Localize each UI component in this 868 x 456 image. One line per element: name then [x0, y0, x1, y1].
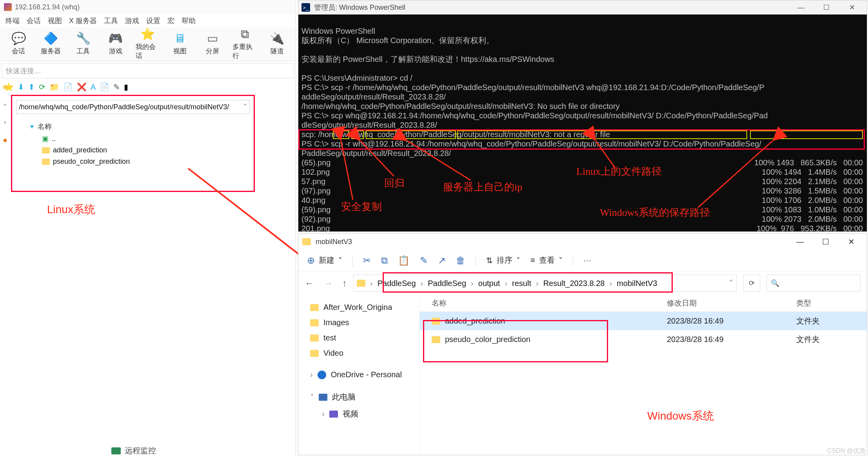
close-button[interactable]: ✕	[840, 3, 864, 12]
annot-ip: 服务器上自己的ip	[443, 180, 522, 194]
ps-titlebar[interactable]: >_ 管理员: Windows PowerShell — ☐ ✕	[298, 0, 867, 14]
copy-icon[interactable]: ⧉	[381, 255, 388, 266]
tool-mysession[interactable]: ⭐我的会话	[136, 30, 160, 58]
folder-icon[interactable]: 📁	[49, 82, 59, 92]
side-item[interactable]: test	[301, 330, 416, 346]
forward-button[interactable]: →	[323, 278, 333, 289]
menu-terminal[interactable]: 终端	[2, 14, 23, 27]
view-button[interactable]: ≡查看 ˅	[530, 255, 563, 266]
chevron-down-icon[interactable]: ˅	[243, 103, 247, 111]
highlight-win-path	[750, 130, 863, 139]
quick-connect-input[interactable]: 快速连接…	[2, 63, 294, 78]
rail-dot-icon[interactable]: •	[4, 118, 6, 127]
terminal-icon[interactable]: ▮	[124, 82, 128, 92]
tunnel-icon: 🔌	[270, 33, 284, 44]
tool-tunnel[interactable]: 🔌隧道	[265, 30, 289, 58]
up-button[interactable]: ↑	[342, 278, 347, 289]
menu-session[interactable]: 会话	[24, 14, 44, 27]
tool-view[interactable]: 🖥视图	[168, 30, 192, 58]
xshell-title: 192.168.21.94 (whq)	[15, 3, 80, 11]
rail-orange-icon[interactable]: ●	[3, 136, 7, 145]
tree-item-folder[interactable]: added_prediction	[18, 145, 248, 156]
path-input[interactable]: /home/whq/whq_code/Python/PaddleSeg/outp…	[16, 100, 250, 114]
ps-terminal[interactable]: Windows PowerShell 版权所有（C） Microsoft Cor…	[298, 14, 867, 232]
tool-server[interactable]: 🔷服务器	[38, 30, 63, 58]
highlight-scp	[333, 130, 349, 139]
side-rail: ★ • • ●	[0, 82, 10, 145]
xshell-iconbar: ⭐ ⬇ ⬆ ⟳ 📁 📄 ❌ A 📄 ✎ ▮	[0, 80, 296, 94]
paste-icon[interactable]: 📋	[398, 255, 410, 266]
close-button[interactable]: ✕	[839, 237, 863, 246]
menu-xserver[interactable]: X 服务器	[66, 14, 100, 27]
folder-icon	[310, 350, 319, 357]
cut-icon[interactable]: ✂	[363, 255, 371, 266]
tree-item-parent[interactable]: ▣..	[18, 133, 248, 145]
more-icon[interactable]: ⋯	[583, 256, 591, 265]
menu-games[interactable]: 游戏	[122, 14, 142, 27]
tool-split[interactable]: ▭分屏	[200, 30, 225, 58]
powershell-window: >_ 管理员: Windows PowerShell — ☐ ✕ Windows…	[298, 0, 867, 231]
highlight-r	[351, 130, 364, 139]
tree-item-folder[interactable]: pseudo_color_prediction	[18, 156, 248, 167]
xshell-titlebar[interactable]: 192.168.21.94 (whq)	[0, 0, 296, 14]
multiexec-icon: ⧉	[241, 28, 249, 40]
explorer-cmdbar: ⊕新建 ˅ ✂ ⧉ 📋 ✎ ↗ 🗑 ⇅排序 ˅ ≡查看 ˅ ⋯	[298, 250, 867, 271]
letter-a-icon[interactable]: A	[91, 83, 96, 92]
col-name[interactable]: 名称	[432, 298, 667, 308]
chevron-down-icon: ˅	[338, 256, 342, 265]
chevron-down-icon[interactable]: ˅	[729, 279, 733, 288]
plus-icon: ⊕	[307, 255, 315, 266]
explorer-titlebar[interactable]: mobilNetV3 — ☐ ✕	[298, 234, 867, 250]
list-icon: ≡	[530, 256, 535, 265]
refresh-icon[interactable]: ⟳	[39, 82, 45, 92]
tool-games[interactable]: 🎮游戏	[103, 30, 127, 58]
rename-icon[interactable]: ✎	[420, 255, 428, 266]
back-button[interactable]: ←	[305, 278, 314, 289]
rail-dot-icon[interactable]: •	[4, 100, 6, 109]
share-icon[interactable]: ↗	[438, 255, 446, 266]
rail-star-icon[interactable]: ★	[2, 82, 9, 92]
sort-button[interactable]: ⇅排序 ˅	[486, 255, 520, 266]
side-item[interactable]: After_Work_Origina	[301, 300, 416, 315]
side-onedrive[interactable]: ›OneDrive - Personal	[301, 367, 416, 382]
highlight-linux-path	[457, 130, 747, 139]
term-line: addleSeg/output/result/Result_2023.8.28/	[301, 92, 446, 101]
video-icon	[329, 411, 338, 418]
column-headers: 名称 修改日期 类型	[420, 295, 867, 312]
doc-icon[interactable]: 📄	[100, 82, 109, 92]
refresh-button[interactable]: ⟳	[743, 275, 760, 292]
split-icon: ▭	[207, 33, 218, 44]
term-line: PS C:\Users\Administrator> cd /	[301, 74, 412, 82]
col-date[interactable]: 修改日期	[667, 298, 796, 308]
menu-view[interactable]: 视图	[45, 14, 65, 27]
file-icon[interactable]: 📄	[63, 82, 73, 92]
minimize-button[interactable]: —	[789, 4, 813, 12]
star-icon: ⭐	[140, 28, 155, 40]
delete-icon[interactable]: 🗑	[456, 255, 465, 266]
menu-tools[interactable]: 工具	[101, 14, 121, 27]
maximize-button[interactable]: ☐	[814, 237, 837, 246]
term-line: Windows PowerShell	[301, 27, 375, 35]
download-icon[interactable]: ⬇	[18, 82, 24, 92]
new-button[interactable]: ⊕新建 ˅	[307, 255, 342, 266]
maximize-button[interactable]: ☐	[815, 3, 838, 12]
folder-icon	[42, 159, 50, 165]
side-item[interactable]: Video	[301, 346, 416, 361]
tool-session[interactable]: 💬会话	[6, 30, 31, 58]
minimize-button[interactable]: —	[788, 237, 812, 246]
side-item[interactable]: Images	[301, 315, 416, 330]
explorer-sidebar: After_Work_Origina Images test Video ›On…	[298, 295, 420, 455]
menu-help[interactable]: 帮助	[178, 14, 199, 27]
cloud-icon	[318, 371, 326, 379]
edit-icon[interactable]: ✎	[113, 82, 120, 92]
side-thispc[interactable]: ˅此电脑	[301, 389, 416, 405]
menu-settings[interactable]: 设置	[143, 14, 163, 27]
menu-macro[interactable]: 宏	[164, 14, 178, 27]
delete-icon[interactable]: ❌	[77, 82, 87, 92]
tool-multiexec[interactable]: ⧉多重执行	[232, 30, 257, 58]
search-input[interactable]: 🔍	[766, 275, 861, 292]
upload-icon[interactable]: ⬆	[28, 82, 35, 92]
side-videos[interactable]: ›视频	[301, 405, 416, 422]
col-type[interactable]: 类型	[796, 298, 855, 308]
tool-tools[interactable]: 🔧工具	[71, 30, 95, 58]
